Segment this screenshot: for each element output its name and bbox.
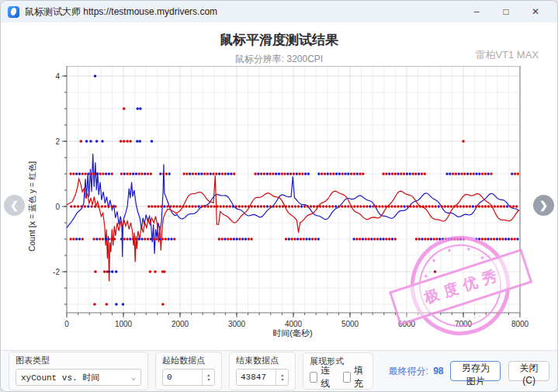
prev-chart-button[interactable]: ❮	[4, 195, 25, 216]
start-point-group: 起始数据点 0 ▴ ▾	[155, 352, 222, 390]
x-axis-title: 时间(毫秒)	[272, 328, 312, 338]
spin-down-icon: ▾	[207, 377, 210, 382]
svg-text:7000: 7000	[455, 320, 473, 328]
svg-text:0: 0	[55, 203, 60, 211]
svg-text:5000: 5000	[341, 320, 359, 328]
chart-type-group: 图表类型 xyCount vs. 时间 ⌄	[9, 352, 148, 390]
line-checkbox[interactable]: 连线	[310, 364, 334, 390]
chart-type-label: 图表类型	[16, 355, 141, 366]
end-point-value: 43847	[237, 373, 276, 382]
maximize-button[interactable]: □	[491, 2, 521, 21]
line-checkbox-label: 连线	[321, 364, 333, 390]
spinner-buttons[interactable]: ▴ ▾	[276, 369, 288, 385]
chevron-right-icon: ❯	[539, 199, 548, 211]
device-name: 雷柏VT1 MAX	[475, 48, 539, 62]
end-point-label: 结束数据点	[236, 355, 289, 366]
svg-text:4000: 4000	[285, 320, 303, 328]
display-form-group: 展现形式 连线 填充	[303, 352, 373, 390]
spinner-buttons[interactable]: ▴ ▾	[202, 369, 214, 385]
fill-checkbox-label: 填充	[354, 364, 366, 390]
save-image-button[interactable]: 另存为图片	[450, 361, 501, 381]
score-label: 最终得分:	[388, 366, 428, 376]
end-point-group: 结束数据点 43847 ▴ ▾	[229, 352, 296, 390]
chart-type-value: xyCount vs. 时间	[21, 372, 99, 383]
svg-text:8000: 8000	[511, 320, 529, 328]
mouse-icon	[10, 7, 18, 16]
start-point-value: 0	[163, 373, 202, 382]
checkbox-icon	[343, 372, 351, 383]
svg-text:6000: 6000	[398, 320, 416, 328]
next-chart-button[interactable]: ❯	[533, 195, 554, 216]
checkbox-icon	[310, 372, 317, 383]
svg-text:3000: 3000	[228, 320, 246, 328]
spin-down-icon: ▾	[281, 377, 283, 382]
window-controls: – □ ✕	[462, 2, 550, 21]
close-icon[interactable]: ✕	[521, 2, 550, 21]
svg-text:4: 4	[55, 72, 60, 81]
window-title: 鼠标测试大师 https://testmouse.mydrivers.com	[25, 5, 217, 19]
start-point-input[interactable]: 0 ▴ ▾	[162, 369, 215, 386]
control-bar: 图表类型 xyCount vs. 时间 ⌄ 起始数据点 0 ▴ ▾ 结束数据点 …	[1, 350, 557, 391]
resolution-value: 3200CPI	[286, 54, 323, 64]
chart-type-select[interactable]: xyCount vs. 时间 ⌄	[16, 369, 141, 386]
start-point-label: 起始数据点	[162, 355, 215, 366]
title-bar: 鼠标测试大师 https://testmouse.mydrivers.com –…	[1, 1, 557, 23]
resolution-label: 鼠标分辨率:	[235, 54, 284, 64]
minimize-button[interactable]: –	[462, 2, 491, 21]
resolution-subtitle: 鼠标分辨率: 3200CPI	[1, 53, 557, 66]
svg-text:2: 2	[55, 137, 60, 146]
chart-page: 鼠标平滑度测试结果 鼠标分辨率: 3200CPI 雷柏VT1 MAX 01000…	[1, 23, 557, 352]
y-axis-title: Count [x = 蓝色 y = 红色]	[27, 161, 36, 252]
app-icon	[8, 6, 19, 18]
page-title: 鼠标平滑度测试结果	[1, 23, 557, 49]
svg-text:1000: 1000	[115, 320, 133, 328]
svg-text:-2: -2	[53, 268, 60, 276]
fill-checkbox[interactable]: 填充	[343, 364, 367, 390]
final-score: 最终得分: 98	[388, 365, 443, 378]
score-value: 98	[433, 366, 443, 376]
svg-text:2000: 2000	[172, 320, 189, 328]
chevron-left-icon: ❮	[10, 199, 19, 211]
close-dialog-button[interactable]: 关闭(C)	[508, 361, 549, 381]
end-point-input[interactable]: 43847 ▴ ▾	[236, 369, 289, 386]
smoothness-chart: 010002000300040005000600070008000-2024 时…	[24, 66, 552, 342]
app-window: 鼠标测试大师 https://testmouse.mydrivers.com –…	[0, 0, 558, 392]
svg-text:0: 0	[64, 320, 69, 328]
chevron-down-icon: ⌄	[130, 373, 136, 381]
